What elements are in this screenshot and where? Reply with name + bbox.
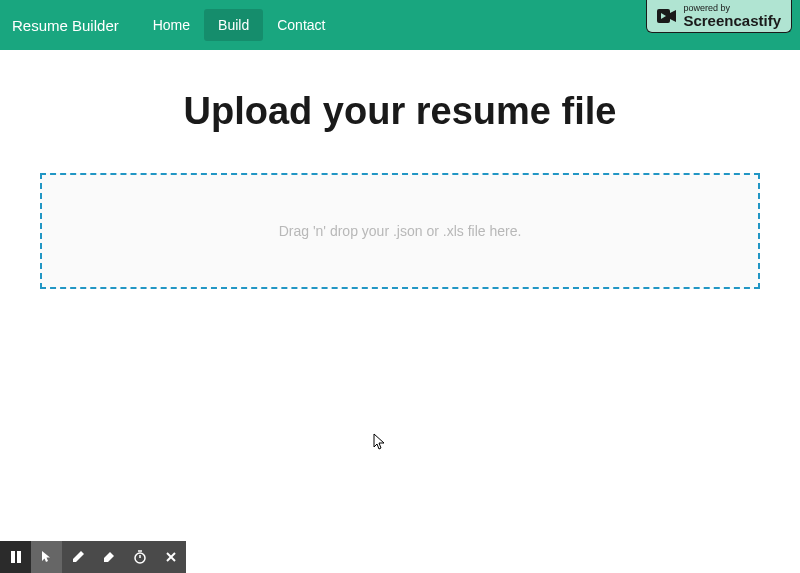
main-content: Upload your resume file Drag 'n' drop yo… <box>0 50 800 329</box>
recording-toolbar <box>0 541 186 573</box>
brand-link[interactable]: Resume Builder <box>12 17 119 34</box>
screencastify-icon <box>657 7 677 25</box>
page-title: Upload your resume file <box>40 90 760 133</box>
nav-link-contact[interactable]: Contact <box>263 9 339 41</box>
dropzone-instruction: Drag 'n' drop your .json or .xls file he… <box>62 223 738 239</box>
screencastify-text: powered by Screencastify <box>683 4 781 28</box>
pointer-button[interactable] <box>31 541 62 573</box>
nav-link-home[interactable]: Home <box>139 9 204 41</box>
eraser-button[interactable] <box>93 541 124 573</box>
pointer-icon <box>40 550 54 564</box>
screencastify-badge[interactable]: powered by Screencastify <box>646 0 792 33</box>
svg-rect-2 <box>17 551 21 563</box>
cursor-icon <box>373 433 387 451</box>
close-button[interactable] <box>155 541 186 573</box>
pen-button[interactable] <box>62 541 93 573</box>
close-icon <box>164 550 178 564</box>
pause-button[interactable] <box>0 541 31 573</box>
nav-links: Home Build Contact <box>139 9 340 41</box>
timer-button[interactable] <box>124 541 155 573</box>
pause-icon <box>9 550 23 564</box>
timer-icon <box>133 550 147 564</box>
pen-icon <box>71 550 85 564</box>
file-dropzone[interactable]: Drag 'n' drop your .json or .xls file he… <box>40 173 760 289</box>
nav-link-build[interactable]: Build <box>204 9 263 41</box>
screencastify-name-label: Screencastify <box>683 13 781 28</box>
svg-rect-1 <box>11 551 15 563</box>
navbar: Resume Builder Home Build Contact powere… <box>0 0 800 50</box>
eraser-icon <box>102 550 116 564</box>
